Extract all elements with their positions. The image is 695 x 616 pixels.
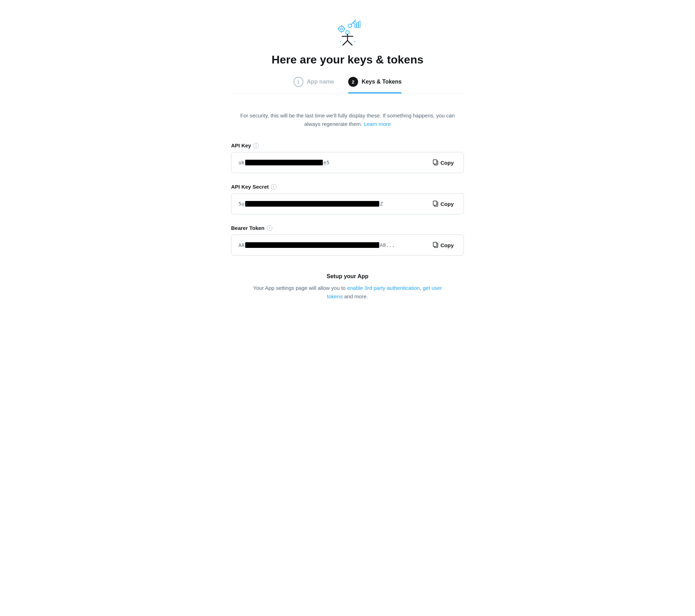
bearer-token-info-icon[interactable]: i — [267, 225, 272, 231]
copy-icon — [433, 159, 439, 166]
svg-rect-21 — [433, 160, 437, 164]
api-key-section: API Key i uk e5 Copy — [231, 142, 464, 173]
setup-description: Your App settings page will allow you to… — [250, 284, 445, 301]
setup-title: Setup your App — [231, 273, 464, 280]
learn-more-link[interactable]: Learn more — [364, 121, 391, 127]
api-key-info-icon[interactable]: i — [253, 143, 259, 148]
api-key-label: API Key i — [231, 142, 464, 148]
bearer-token-box: AA A8... Copy — [231, 234, 464, 256]
security-note: For security, this will be the last time… — [238, 111, 457, 128]
step-1-label: App name — [307, 79, 334, 85]
svg-point-19 — [354, 41, 355, 42]
bearer-token-copy-button[interactable]: Copy — [430, 240, 457, 250]
api-key-secret-box: 5u Z Copy — [231, 193, 464, 214]
api-key-suffix: e5 — [324, 160, 330, 165]
bearer-token-prefix: AA — [238, 242, 244, 248]
svg-rect-25 — [433, 242, 437, 246]
page-title: Here are your keys & tokens — [231, 53, 464, 66]
copy-icon-2 — [433, 201, 439, 207]
setup-section: Setup your App Your App settings page wi… — [231, 273, 464, 301]
divider — [231, 93, 464, 94]
content-area: For security, this will be the last time… — [231, 111, 464, 301]
svg-line-4 — [348, 41, 352, 45]
svg-line-3 — [343, 41, 348, 45]
api-key-redacted — [245, 160, 323, 165]
api-key-secret-info-icon[interactable]: i — [271, 184, 277, 190]
copy-icon-3 — [433, 242, 439, 248]
bearer-token-section: Bearer Token i AA A8... Copy — [231, 225, 464, 256]
enable-3rd-party-link[interactable]: enable 3rd party authentication — [347, 285, 420, 291]
step-keys-tokens[interactable]: 2 Keys & Tokens — [348, 77, 402, 93]
api-key-secret-suffix: Z — [380, 201, 383, 207]
svg-point-12 — [348, 24, 352, 28]
step-1-number: 1 — [294, 77, 303, 87]
api-key-secret-redacted — [245, 201, 379, 207]
page-container: Here are your keys & tokens 1 App name 2… — [224, 0, 471, 322]
svg-point-5 — [339, 26, 344, 32]
svg-rect-16 — [357, 23, 358, 28]
svg-rect-23 — [433, 201, 437, 205]
step-2-label: Keys & Tokens — [362, 79, 402, 85]
svg-line-14 — [353, 23, 354, 24]
bearer-token-suffix: A8... — [380, 242, 395, 248]
api-key-box: uk e5 Copy — [231, 152, 464, 173]
api-key-prefix: uk — [238, 160, 244, 165]
svg-rect-15 — [355, 24, 356, 28]
hero-icon — [332, 14, 363, 46]
step-2-number: 2 — [348, 77, 358, 87]
bearer-token-label: Bearer Token i — [231, 225, 464, 231]
bearer-token-value: AA A8... — [238, 242, 395, 248]
api-key-value: uk e5 — [238, 160, 330, 165]
api-key-secret-section: API Key Secret i 5u Z Copy — [231, 184, 464, 214]
svg-point-18 — [340, 41, 341, 42]
steps-nav: 1 App name 2 Keys & Tokens — [231, 77, 464, 93]
api-key-secret-value: 5u Z — [238, 201, 383, 207]
api-key-secret-prefix: 5u — [238, 201, 244, 207]
svg-line-13 — [355, 21, 356, 22]
step-app-name[interactable]: 1 App name — [294, 77, 334, 93]
api-key-copy-button[interactable]: Copy — [430, 158, 457, 167]
svg-point-0 — [346, 31, 349, 34]
bearer-token-redacted — [245, 242, 379, 248]
api-key-secret-copy-button[interactable]: Copy — [430, 199, 457, 208]
api-key-secret-label: API Key Secret i — [231, 184, 464, 190]
svg-rect-17 — [359, 21, 360, 28]
svg-point-6 — [340, 28, 343, 30]
